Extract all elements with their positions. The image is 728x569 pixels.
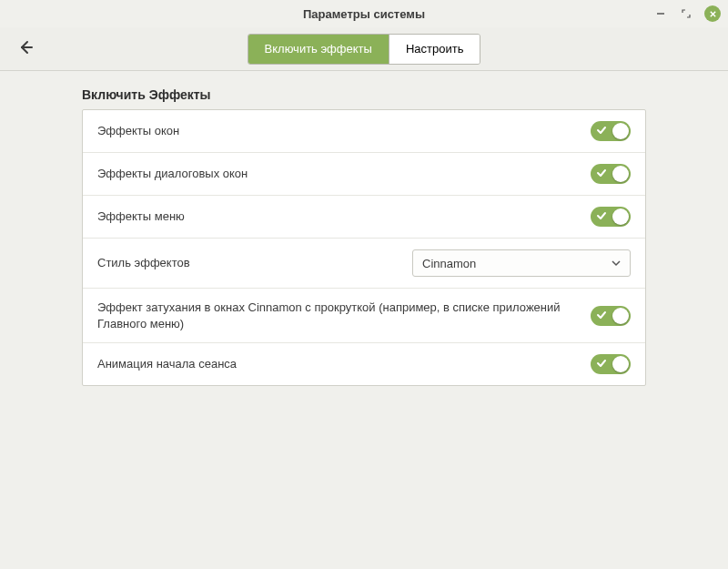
arrow-left-icon [16,38,35,56]
settings-panel: Эффекты окон Эффекты диалоговых окон Эфф… [82,109,646,386]
label-effects-style: Стиль эффектов [97,255,398,271]
maximize-button[interactable] [679,6,693,21]
minimize-button[interactable] [653,6,668,21]
toggle-session-animation[interactable] [591,354,631,374]
toggle-knob [612,166,629,182]
toggle-fade-scroll[interactable] [591,306,631,326]
titlebar: Параметры системы [0,0,728,27]
row-effects-style: Стиль эффектов Cinnamon [83,239,645,289]
label-session-animation: Анимация начала сеанса [97,356,576,372]
check-icon [596,357,607,372]
toggle-menu-effects[interactable] [591,207,631,227]
toggle-knob [612,308,629,324]
toggle-knob [612,123,629,139]
tab-configure[interactable]: Настроить [389,35,480,64]
toolbar: Включить эффекты Настроить [0,27,728,71]
maximize-icon [682,9,691,18]
row-window-effects: Эффекты окон [83,110,645,153]
content: Включить Эффекты Эффекты окон Эффекты ди… [0,71,728,402]
section-title: Включить Эффекты [82,87,646,102]
check-icon [596,167,607,182]
label-window-effects: Эффекты окон [97,123,576,139]
back-button[interactable] [16,38,35,59]
close-icon [709,10,717,18]
label-dialog-effects: Эффекты диалоговых окон [97,166,576,182]
combo-effects-style-value: Cinnamon [422,257,476,270]
toggle-window-effects[interactable] [591,121,631,141]
toggle-dialog-effects[interactable] [591,164,631,184]
window-title: Параметры системы [303,7,425,21]
combo-effects-style[interactable]: Cinnamon [412,249,631,277]
row-dialog-effects: Эффекты диалоговых окон [83,153,645,196]
window-controls [653,0,721,27]
row-menu-effects: Эффекты меню [83,196,645,239]
row-session-animation: Анимация начала сеанса [83,343,645,385]
chevron-down-icon [612,259,621,268]
tab-switcher: Включить эффекты Настроить [248,34,481,65]
label-menu-effects: Эффекты меню [97,208,576,225]
check-icon [596,309,607,324]
minimize-icon [656,9,665,18]
toggle-knob [612,208,629,225]
check-icon [596,209,607,225]
close-button[interactable] [704,5,721,22]
tab-enable-effects[interactable]: Включить эффекты [248,35,389,64]
row-fade-scroll: Эффект затухания в окнах Cinnamon с прок… [83,289,645,343]
check-icon [596,124,607,139]
label-fade-scroll: Эффект затухания в окнах Cinnamon с прок… [97,300,576,331]
toggle-knob [612,356,629,372]
